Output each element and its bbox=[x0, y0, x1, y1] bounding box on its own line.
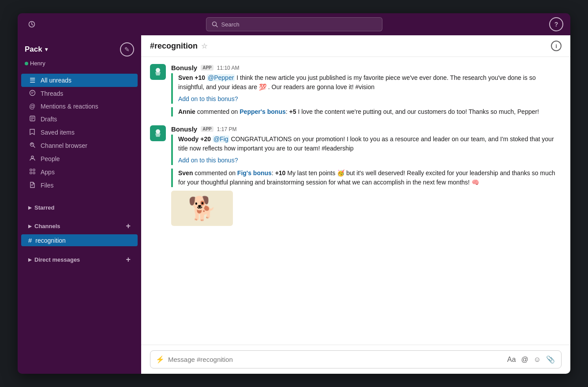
message-group: Bonusly APP 1:17 PM Woody +20 @Fig CONGR… bbox=[150, 125, 562, 226]
channel-title: #recognition ☆ bbox=[150, 41, 207, 51]
message-content: Bonusly APP 1:17 PM Woody +20 @Fig CONGR… bbox=[171, 125, 562, 226]
online-status-dot bbox=[25, 62, 28, 65]
nav-item-all-unreads[interactable]: ☰ All unreads bbox=[21, 74, 138, 87]
threads-icon bbox=[28, 90, 36, 98]
apps-icon bbox=[28, 168, 36, 176]
nav-item-files[interactable]: Files bbox=[21, 179, 138, 192]
sidebar: Pack ▾ ✎ Henry ☰ All unreads bbox=[18, 35, 141, 374]
workspace-chevron-icon: ▾ bbox=[45, 46, 48, 53]
dm-chevron-icon: ▶ bbox=[28, 257, 32, 262]
attachment-button[interactable]: 📎 bbox=[545, 354, 556, 364]
comment-block-1: Annie commented on Pepper's bonus: +5 I … bbox=[171, 107, 562, 116]
people-icon bbox=[28, 155, 36, 163]
comment-block-2: Sven commented on Fig's bonus: +10 My la… bbox=[171, 169, 562, 187]
avatar bbox=[150, 64, 166, 80]
channels-section-header[interactable]: ▶ Channels + bbox=[21, 218, 138, 234]
files-icon bbox=[28, 181, 36, 189]
main-layout: Pack ▾ ✎ Henry ☰ All unreads bbox=[18, 35, 570, 374]
top-bar-left bbox=[25, 17, 39, 31]
svg-rect-9 bbox=[30, 172, 32, 174]
nav-item-people[interactable]: People bbox=[21, 152, 138, 165]
message-input-box: ⚡ Aa @ ☺ 📎 bbox=[150, 350, 562, 368]
messages-area: Bonusly APP 11:10 AM Sven +10 @Pepper I … bbox=[141, 57, 570, 345]
mentions-icon: @ bbox=[28, 103, 36, 110]
lightning-icon[interactable]: ⚡ bbox=[156, 355, 165, 364]
search-bar[interactable]: Search bbox=[206, 17, 382, 31]
emoji-button[interactable]: ☺ bbox=[533, 355, 542, 364]
nav-item-drafts[interactable]: Drafts bbox=[21, 113, 138, 126]
app-window: Search ? Pack ▾ ✎ Henry bbox=[18, 13, 570, 374]
add-channel-button[interactable]: + bbox=[126, 222, 131, 231]
message-body: Woody +20 @Fig CONGRATULATIONS on your p… bbox=[171, 135, 562, 165]
star-channel-button[interactable]: ☆ bbox=[201, 42, 207, 50]
svg-point-3 bbox=[30, 90, 35, 96]
format-text-button[interactable]: Aa bbox=[506, 355, 517, 364]
channels-chevron-icon: ▶ bbox=[28, 224, 32, 229]
all-unreads-icon: ☰ bbox=[28, 76, 36, 84]
channel-hash-icon: # bbox=[28, 237, 32, 244]
add-bonus-link-1[interactable]: Add on to this bonus? bbox=[178, 95, 238, 102]
input-actions: Aa @ ☺ 📎 bbox=[506, 354, 556, 364]
nav-section: ☰ All unreads Threads @ Mentions & react… bbox=[18, 72, 141, 194]
top-bar-right: ? bbox=[549, 17, 563, 31]
channel-browser-icon bbox=[28, 142, 36, 150]
workspace-header: Pack ▾ ✎ bbox=[18, 35, 141, 60]
message-input-area: ⚡ Aa @ ☺ 📎 bbox=[141, 345, 570, 374]
nav-item-saved[interactable]: Saved items bbox=[21, 126, 138, 139]
svg-point-6 bbox=[31, 156, 34, 158]
svg-line-2 bbox=[216, 26, 217, 27]
bonus-link-pepper[interactable]: Pepper's bonus bbox=[240, 108, 285, 115]
main-content: #recognition ☆ i bbox=[141, 35, 570, 374]
search-placeholder: Search bbox=[221, 21, 240, 28]
nav-item-threads[interactable]: Threads bbox=[21, 87, 138, 100]
drafts-icon bbox=[28, 115, 36, 123]
avatar bbox=[150, 125, 166, 141]
channel-item-recognition[interactable]: # recognition bbox=[21, 234, 138, 246]
svg-rect-10 bbox=[33, 172, 35, 174]
user-status: Henry bbox=[18, 60, 141, 72]
image-attachment: 🐕 bbox=[171, 191, 233, 226]
nav-item-mentions[interactable]: @ Mentions & reactions bbox=[21, 100, 138, 113]
workspace-name[interactable]: Pack ▾ bbox=[25, 45, 48, 54]
message-input[interactable] bbox=[168, 356, 503, 363]
message-content: Bonusly APP 11:10 AM Sven +10 @Pepper I … bbox=[171, 64, 562, 116]
starred-chevron-icon: ▶ bbox=[28, 205, 32, 210]
mention-button[interactable]: @ bbox=[520, 355, 529, 364]
saved-icon bbox=[28, 128, 36, 136]
message-header: Bonusly APP 11:10 AM bbox=[171, 64, 562, 71]
channel-header: #recognition ☆ i bbox=[141, 35, 570, 57]
nav-item-apps[interactable]: Apps bbox=[21, 165, 138, 179]
nav-item-channel-browser[interactable]: Channel browser bbox=[21, 139, 138, 152]
channel-info-button[interactable]: i bbox=[551, 41, 562, 51]
add-bonus-link-2[interactable]: Add on to this bonus? bbox=[178, 157, 238, 164]
svg-rect-8 bbox=[33, 169, 35, 171]
message-body: Sven +10 @Pepper I think the new article… bbox=[171, 73, 562, 104]
add-dm-button[interactable]: + bbox=[126, 255, 131, 264]
direct-messages-section-header[interactable]: ▶ Direct messages + bbox=[21, 252, 138, 268]
history-button[interactable] bbox=[25, 17, 39, 31]
svg-rect-7 bbox=[30, 169, 32, 171]
help-button[interactable]: ? bbox=[549, 17, 563, 31]
starred-section-header[interactable]: ▶ Starred bbox=[21, 201, 138, 214]
message-group: Bonusly APP 11:10 AM Sven +10 @Pepper I … bbox=[150, 64, 562, 116]
top-bar: Search ? bbox=[18, 13, 570, 35]
message-header: Bonusly APP 1:17 PM bbox=[171, 125, 562, 133]
bonus-link-fig[interactable]: Fig's bonus bbox=[237, 169, 272, 177]
dog-image: 🐕 bbox=[188, 195, 217, 222]
edit-status-button[interactable]: ✎ bbox=[120, 42, 134, 56]
